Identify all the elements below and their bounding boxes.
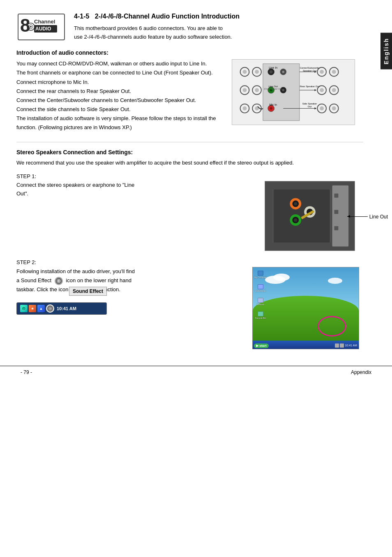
brand-logo: 8 Channel AUDIO <box>18 14 65 40</box>
svg-point-7 <box>30 26 32 28</box>
taskbar-mockup[interactable]: ♪ ★ ▲ <box>16 302 107 315</box>
step2-left: Following installation of the audio driv… <box>16 267 240 315</box>
step1-image-area: Line Out <box>265 181 363 251</box>
arrow-head <box>347 215 350 218</box>
svg-point-79 <box>50 308 51 309</box>
taskbar-icon-3: ▲ <box>37 305 45 312</box>
step2-wrapper: Following installation of the audio driv… <box>16 267 363 349</box>
sound-icon-svg <box>55 278 62 284</box>
page-section-title: 4-1-5 2-/4-/6-/8-Channel Audio Function … <box>74 12 363 21</box>
svg-text:Line In: Line In <box>269 66 277 69</box>
stereo-heading: Stereo Speakers Connection and Settings: <box>16 149 363 155</box>
taskbar-area: Sound Effect ♪ <box>16 298 107 315</box>
page-footer: - 79 - Appendix <box>0 366 392 378</box>
winxp-icon-computer: My Computer <box>254 271 267 278</box>
svg-point-22 <box>270 70 273 74</box>
svg-rect-70 <box>334 210 338 214</box>
winxp-systray: 10:41 AM <box>335 343 357 348</box>
header-area: 8 Channel AUDIO 4-1-5 2-/4-/6-/8-Channel… <box>16 12 363 41</box>
intro-connectors-section: Introduction of audio connectors: You ma… <box>16 49 363 132</box>
connector-diagram-svg: Line In Line Out (Front Speaker Out) Mic… <box>232 59 355 125</box>
step1-photo <box>265 181 355 251</box>
svg-point-36 <box>320 88 324 93</box>
svg-text:Center/Subwoofer: Center/Subwoofer <box>300 67 320 69</box>
line-out-label: Line Out <box>369 214 388 220</box>
step1-label: STEP 1: <box>16 173 363 179</box>
header-description: This motherboard provides 6 audio connec… <box>74 24 363 42</box>
section-number: 4-1-5 <box>74 13 89 20</box>
winxp-systray-icon2 <box>340 343 344 348</box>
pink-circle-annotation <box>318 316 346 337</box>
divider-1 <box>16 142 363 142</box>
taskbar-time-display: 10:41 AM <box>57 306 76 311</box>
step1-text: Connect the stereo speakers or earphone … <box>16 181 256 198</box>
english-sidebar-tab: English <box>380 33 392 70</box>
step2-section: STEP 2: Following installation of the au… <box>16 259 363 349</box>
svg-text:Mic In: Mic In <box>269 103 277 106</box>
svg-text:(Front Speaker Out): (Front Speaker Out) <box>264 88 282 90</box>
section-title-text: 2-/4-/6-/8-Channel Audio Function Introd… <box>95 13 240 20</box>
connector-diagram-area: Line In Line Out (Front Speaker Out) Mic… <box>232 59 363 126</box>
winxp-systray-icon1 <box>335 343 339 348</box>
winxp-taskbar: ▶ start 10:41 AM <box>253 341 359 349</box>
winxp-clock: 10:41 AM <box>345 344 357 347</box>
line-out-arrow-line <box>347 216 368 217</box>
footer-section-label: Appendix <box>351 369 371 375</box>
step2-text: Following installation of the audio driv… <box>16 267 240 294</box>
winxp-start-button[interactable]: ▶ start <box>254 343 269 348</box>
network-icon-img <box>258 298 263 303</box>
svg-point-34 <box>332 70 336 74</box>
step2-right: My Computer Documents Network <box>252 267 363 349</box>
stereo-intro-text: We recommend that you use the speaker wi… <box>16 159 363 167</box>
cloud-2 <box>273 274 290 281</box>
winxp-screenshot: My Computer Documents Network <box>252 267 359 349</box>
logo-box: 8 Channel AUDIO <box>16 12 66 41</box>
svg-point-9 <box>243 70 247 74</box>
taskbar-system-icons: ♪ ★ ▲ <box>20 304 54 313</box>
taskbar-icon-1: ♪ <box>20 305 28 312</box>
intro-connectors-heading: Introduction of audio connectors: <box>16 49 363 56</box>
step2-line3: icon on the lower right hand <box>66 277 131 283</box>
svg-point-59 <box>294 202 297 205</box>
step1-photo-svg <box>265 181 355 251</box>
svg-point-62 <box>294 218 297 222</box>
recycle-icon-img <box>258 311 263 316</box>
svg-point-38 <box>332 88 336 93</box>
taskbar-icon-2: ★ <box>29 305 36 312</box>
svg-point-30 <box>270 107 272 110</box>
svg-point-28 <box>282 89 284 91</box>
docs-icon-img <box>258 284 263 289</box>
svg-text:♪: ♪ <box>23 308 25 310</box>
step1-text-line2: Out". <box>16 190 28 197</box>
icon1-svg: ♪ <box>21 306 26 311</box>
title-area: 4-1-5 2-/4-/6-/8-Channel Audio Function … <box>74 12 363 41</box>
desc-line1: This motherboard provides 6 audio connec… <box>74 25 223 31</box>
sound-effect-icon-svg <box>47 306 53 311</box>
recycle-icon-label: Recycle Bin <box>255 317 266 319</box>
logo-svg: 8 Channel AUDIO <box>18 14 64 39</box>
network-icon-label: Network <box>257 303 264 306</box>
svg-rect-69 <box>334 193 338 197</box>
winxp-hills <box>253 296 359 341</box>
step1-text-line1: Connect the stereo speakers or earphone … <box>16 182 134 188</box>
svg-text:Out: Out <box>308 105 312 108</box>
winxp-icon-recycle: Recycle Bin <box>254 311 267 319</box>
svg-point-42 <box>332 107 336 111</box>
svg-text:AUDIO: AUDIO <box>35 26 51 32</box>
svg-rect-71 <box>334 226 338 230</box>
computer-icon-label: My Computer <box>254 276 267 278</box>
step2-label: STEP 2: <box>16 259 363 265</box>
step1-content: Connect the stereo speakers or earphone … <box>16 181 363 251</box>
sound-effect-tooltip: Sound Effect <box>69 287 107 296</box>
docs-icon-label: Documents <box>255 290 265 292</box>
svg-point-15 <box>255 88 259 93</box>
taskbar-sound-icon[interactable] <box>46 304 54 313</box>
stereo-section: Stereo Speakers Connection and Settings:… <box>16 149 363 349</box>
svg-point-40 <box>320 107 324 111</box>
svg-rect-56 <box>273 190 330 243</box>
svg-point-74 <box>58 280 60 282</box>
svg-text:Channel: Channel <box>34 19 55 25</box>
winxp-icon-network: Network <box>254 298 267 306</box>
intro-connectors-layout: You may connect CD-ROM/DVD-ROM, walkman … <box>16 59 363 132</box>
intro-connectors-text: You may connect CD-ROM/DVD-ROM, walkman … <box>16 59 224 132</box>
